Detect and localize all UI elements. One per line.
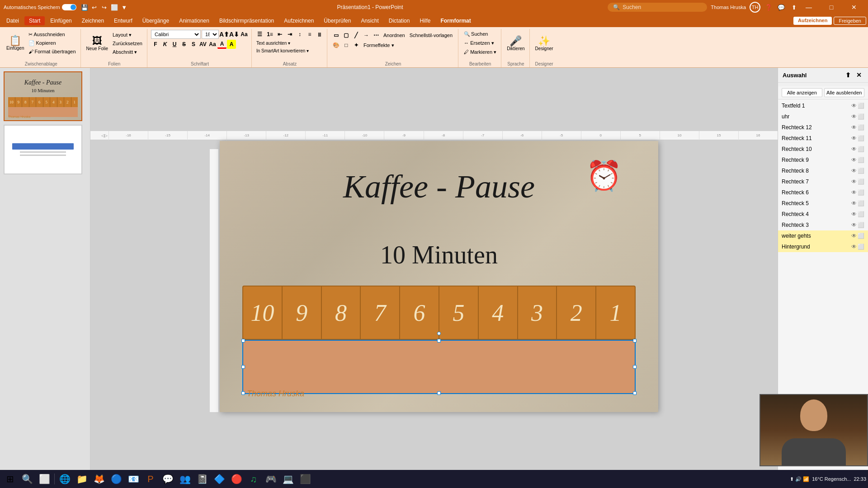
lock-hg[interactable]: ⬜ [858,244,864,250]
layer-weitergehts[interactable]: weiter gehts 👁 ⬜ [778,230,868,241]
search-input[interactable] [623,4,690,10]
menu-dictation[interactable]: Dictation [384,16,415,25]
slide-2-thumbnail[interactable] [4,125,82,174]
menu-entwurf[interactable]: Entwurf [109,16,137,25]
shape-effects-button[interactable]: ✦ [352,41,361,50]
formeffekte-button[interactable]: Formeffekte ▾ [362,41,396,49]
shape-more[interactable]: ⋯ [372,31,381,40]
font-shrink-button[interactable]: A⬇ [230,30,239,39]
share-icon[interactable]: ⬆ [789,3,798,12]
layer-rechteck9[interactable]: Rechteck 9 👁 ⬜ [778,155,868,165]
ausschneiden-button[interactable]: ✂Ausschneiden [27,30,77,38]
visibility-r7[interactable]: 👁 [851,178,857,185]
lock-r7[interactable]: ⬜ [858,178,864,185]
panel-expand-button[interactable]: ⬆ [844,70,853,80]
explorer-button[interactable]: 📁 [74,471,90,487]
menu-einfuegen[interactable]: Einfügen [46,16,76,25]
menu-datei[interactable]: Datei [2,16,24,25]
edge-button[interactable]: 🌐 [57,471,73,487]
visibility-r10[interactable]: 👁 [851,146,857,152]
powerpoint-taskbar[interactable]: P [142,471,159,487]
designer-button[interactable]: ✨ Designer [533,30,555,57]
font-family-select[interactable]: Calibri [151,30,201,39]
layer-uhr[interactable]: uhr 👁 ⬜ [778,111,868,122]
lock-r5[interactable]: ⬜ [858,200,864,206]
underline-button[interactable]: U [170,40,179,49]
indent-right-button[interactable]: ⇥ [285,30,294,39]
visibility-icon[interactable]: 👁 [851,103,857,109]
lock-r8[interactable]: ⬜ [858,168,864,174]
lock-r9[interactable]: ⬜ [858,157,864,163]
schnellstilvorlagen-button[interactable]: Schnellstil-vorlagen [408,31,454,39]
strikethrough-button[interactable]: S [179,40,189,49]
change-case-button[interactable]: Aa [208,40,217,49]
lock-r11[interactable]: ⬜ [858,135,864,141]
layer-textfeld1[interactable]: Textfeld 1 👁 ⬜ [778,100,868,111]
menu-hilfe[interactable]: Hilfe [415,16,435,25]
misc-button3[interactable]: 🎮 [263,471,279,487]
menu-animationen[interactable]: Animationen [175,16,214,25]
taskview-button[interactable]: ⬜ [36,471,52,487]
layer-rechteck6[interactable]: Rechteck 6 👁 ⬜ [778,187,868,198]
lock-r12[interactable]: ⬜ [858,124,864,131]
visibility-r9[interactable]: 👁 [851,157,857,163]
shape-line[interactable]: ╱ [352,31,361,40]
lock-wg[interactable]: ⬜ [858,233,864,239]
layer-rechteck12[interactable]: Rechteck 12 👁 ⬜ [778,122,868,133]
shape-fill-button[interactable]: 🎨 [332,41,341,50]
zuruecksetzen-button[interactable]: Zurücksetzen [111,39,144,47]
lock-r6[interactable]: ⬜ [858,189,864,196]
visibility-hg[interactable]: 👁 [851,244,857,250]
layer-rechteck3[interactable]: Rechteck 3 👁 ⬜ [778,220,868,230]
layer-rechteck4[interactable]: Rechteck 4 👁 ⬜ [778,209,868,220]
teams-button[interactable]: 👥 [177,471,193,487]
visibility-r12[interactable]: 👁 [851,124,857,131]
ersetzen-button[interactable]: ↔ Ersetzen ▾ [462,39,498,47]
visibility-r3[interactable]: 👁 [851,222,857,228]
bottom-rectangle[interactable] [242,340,636,394]
misc-button2[interactable]: 🔴 [228,471,245,487]
visibility-r11[interactable]: 👁 [851,135,857,141]
list-button[interactable]: ☰ [255,30,264,39]
outlook-button[interactable]: 📧 [125,471,142,487]
start-button[interactable]: ⊞ [2,471,18,487]
layer-rechteck11[interactable]: Rechteck 11 👁 ⬜ [778,133,868,144]
visibility-r6[interactable]: 👁 [851,189,857,196]
shape-rounded[interactable]: ▢ [342,31,351,40]
comment-icon[interactable]: 💬 [777,3,786,12]
markieren-button[interactable]: 🖊 Markieren ▾ [462,48,498,56]
close-button[interactable]: ✕ [844,0,864,14]
hide-all-button[interactable]: Alle ausblenden [824,88,865,97]
bold-button[interactable]: F [151,40,160,49]
layer-rechteck5[interactable]: Rechteck 5 👁 ⬜ [778,198,868,209]
menu-bildschirm[interactable]: Bildschirmpräsentation [215,16,278,25]
undo-icon[interactable]: ↩ [90,3,99,12]
redo-icon[interactable]: ↪ [100,3,109,12]
minimize-button[interactable]: — [798,0,819,14]
aufzeichnen-button[interactable]: Aufzeichnen [793,17,832,25]
font-grow-button[interactable]: A⬆ [220,30,229,39]
align-button[interactable]: ≡ [305,30,314,39]
format-uebertragen-button[interactable]: 🖌Format übertragen [27,47,77,56]
slide-1-thumbnail[interactable]: Kaffee - Pause 10 Minuten 10 9 8 7 6 5 4… [4,71,82,121]
visibility-r8[interactable]: 👁 [851,168,857,174]
layer-rechteck8[interactable]: Rechteck 8 👁 ⬜ [778,165,868,176]
misc-button1[interactable]: 🔷 [211,471,227,487]
lock-r3[interactable]: ⬜ [858,222,864,228]
autosave-toggle[interactable] [62,4,76,10]
skype-button[interactable]: 💬 [160,471,176,487]
firefox-button[interactable]: 🦊 [91,471,107,487]
spotify-button[interactable]: ♫ [245,471,262,487]
maximize-button[interactable]: □ [821,0,842,14]
text-direction-button[interactable]: ↕ [295,30,304,39]
save-icon[interactable]: 💾 [80,3,89,12]
layer-rechteck10[interactable]: Rechteck 10 👁 ⬜ [778,144,868,155]
neue-folie-button[interactable]: 🖼 Neue Folie [85,30,110,57]
menu-ansicht[interactable]: Ansicht [356,16,383,25]
chrome-button[interactable]: 🔵 [108,471,124,487]
help-icon[interactable]: ❓ [764,3,773,12]
menu-formformat[interactable]: Formformat [436,16,475,25]
menu-aufzeichnen[interactable]: Aufzeichnen [279,16,318,25]
diktieren-button[interactable]: 🎤 Diktieren [505,30,526,57]
abschnitt-button[interactable]: Abschnitt ▾ [111,48,144,56]
